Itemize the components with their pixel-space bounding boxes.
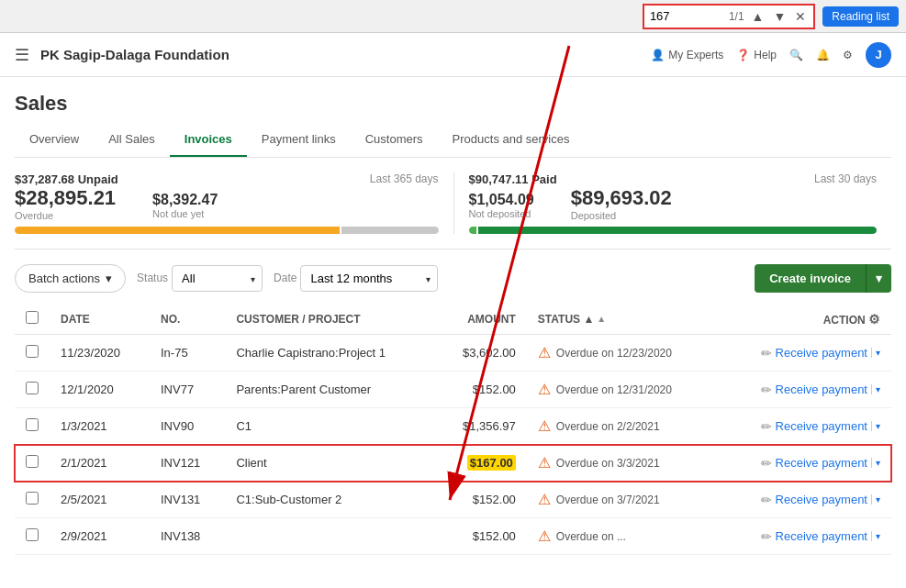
row-action: ✏ Receive payment ▾ bbox=[718, 445, 891, 482]
status-select[interactable]: All Overdue Unpaid Paid Deposited bbox=[172, 265, 263, 292]
row-customer: C1 bbox=[225, 408, 434, 445]
row-amount: $3,602.00 bbox=[435, 335, 527, 372]
row-status: ⚠Overdue on 12/23/2020 bbox=[527, 335, 718, 372]
date-filter-group: Date Last 12 months Last 30 days Last 36… bbox=[274, 265, 438, 292]
receive-payment-dropdown-icon[interactable]: ▾ bbox=[871, 494, 880, 505]
stats-section: $37,287.68 Unpaid Last 365 days $28,895.… bbox=[15, 158, 891, 250]
menu-icon[interactable]: ☰ bbox=[15, 45, 29, 65]
tab-all-sales[interactable]: All Sales bbox=[94, 123, 170, 157]
search-button[interactable]: 🔍 bbox=[789, 49, 803, 61]
overdue-label: Overdue bbox=[15, 210, 116, 221]
row-date: 2/1/2021 bbox=[50, 445, 150, 482]
date-filter-label: Date bbox=[274, 272, 296, 284]
header-status[interactable]: STATUS ▲ ▲ bbox=[527, 304, 718, 335]
batch-actions-button[interactable]: Batch actions ▾ bbox=[15, 264, 126, 293]
status-text: Overdue on 12/31/2020 bbox=[556, 383, 672, 396]
table-row: 2/5/2021INV131C1:Sub-Customer 2$152.00⚠O… bbox=[15, 482, 891, 518]
status-text: Overdue on ... bbox=[556, 530, 626, 543]
status-text: Overdue on 3/3/2021 bbox=[556, 457, 660, 470]
avatar[interactable]: J bbox=[866, 42, 891, 68]
reading-list-button[interactable]: Reading list bbox=[822, 6, 899, 27]
header-date[interactable]: DATE bbox=[50, 304, 150, 335]
notdeposited-bar-segment bbox=[469, 227, 477, 234]
my-experts-button[interactable]: 👤 My Experts bbox=[651, 49, 723, 61]
status-filter-group: Status All Overdue Unpaid Paid Deposited… bbox=[137, 265, 263, 292]
search-next-button[interactable]: ▼ bbox=[771, 9, 788, 24]
row-no: INV138 bbox=[150, 518, 225, 555]
batch-actions-chevron: ▾ bbox=[106, 272, 112, 285]
receive-payment-dropdown-icon[interactable]: ▾ bbox=[871, 348, 880, 358]
tab-invoices[interactable]: Invoices bbox=[170, 123, 247, 157]
table-row: 1/3/2021INV90C1$1,356.97⚠Overdue on 2/2/… bbox=[15, 408, 891, 445]
help-button[interactable]: ❓ Help bbox=[736, 49, 777, 61]
settings-button[interactable]: ⚙ bbox=[843, 49, 853, 61]
receive-payment-dropdown-icon[interactable]: ▾ bbox=[871, 531, 880, 541]
table-header: DATE NO. CUSTOMER / PROJECT AMOUNT STATU… bbox=[15, 304, 891, 335]
deposited-bar-segment bbox=[478, 227, 877, 234]
header-action: ACTION ⚙ bbox=[718, 304, 891, 335]
row-checkbox-cell bbox=[15, 335, 50, 372]
row-status: ⚠Overdue on 12/31/2020 bbox=[527, 372, 718, 408]
row-amount: $152.00 bbox=[435, 482, 527, 518]
row-checkbox-cell bbox=[15, 408, 50, 445]
notifications-button[interactable]: 🔔 bbox=[816, 49, 830, 61]
header-no[interactable]: NO. bbox=[150, 304, 225, 335]
search-close-button[interactable]: ✕ bbox=[793, 9, 808, 24]
receive-payment-link[interactable]: Receive payment bbox=[776, 529, 867, 543]
row-status: ⚠Overdue on ... bbox=[527, 518, 718, 555]
edit-icon[interactable]: ✏ bbox=[761, 383, 772, 397]
row-checkbox-cell bbox=[15, 445, 50, 482]
header-customer[interactable]: CUSTOMER / PROJECT bbox=[225, 304, 434, 335]
select-all-checkbox[interactable] bbox=[26, 311, 39, 324]
header-amount[interactable]: AMOUNT bbox=[435, 304, 527, 335]
row-checkbox[interactable] bbox=[26, 492, 39, 505]
row-no: INV121 bbox=[150, 445, 225, 482]
edit-icon[interactable]: ✏ bbox=[761, 346, 772, 361]
receive-payment-link[interactable]: Receive payment bbox=[776, 419, 867, 433]
tab-overview[interactable]: Overview bbox=[15, 123, 94, 157]
edit-icon[interactable]: ✏ bbox=[761, 493, 772, 507]
tab-products-services[interactable]: Products and services bbox=[438, 123, 585, 157]
receive-payment-link[interactable]: Receive payment bbox=[776, 456, 867, 470]
row-date: 1/3/2021 bbox=[50, 408, 150, 445]
receive-payment-dropdown-icon[interactable]: ▾ bbox=[871, 421, 880, 431]
row-date: 2/5/2021 bbox=[50, 482, 150, 518]
edit-icon[interactable]: ✏ bbox=[761, 529, 772, 544]
status-sort[interactable]: STATUS ▲ ▲ bbox=[538, 313, 707, 326]
notdue-bar-segment bbox=[341, 227, 439, 234]
create-invoice-button[interactable]: Create invoice bbox=[755, 264, 866, 293]
experts-icon: 👤 bbox=[651, 49, 665, 61]
paid-period: Last 30 days bbox=[814, 172, 877, 186]
receive-payment-link[interactable]: Receive payment bbox=[776, 493, 867, 506]
receive-payment-dropdown-icon[interactable]: ▾ bbox=[871, 458, 880, 468]
search-prev-button[interactable]: ▲ bbox=[750, 9, 766, 24]
row-checkbox[interactable] bbox=[26, 382, 39, 394]
row-checkbox[interactable] bbox=[26, 345, 39, 358]
edit-icon[interactable]: ✏ bbox=[761, 456, 772, 471]
create-invoice-dropdown-button[interactable]: ▾ bbox=[866, 264, 891, 293]
row-customer: Parents:Parent Customer bbox=[225, 372, 434, 408]
receive-payment-dropdown-icon[interactable]: ▾ bbox=[871, 384, 880, 394]
row-checkbox[interactable] bbox=[26, 528, 39, 541]
action-settings-icon[interactable]: ⚙ bbox=[868, 312, 880, 327]
tab-payment-links[interactable]: Payment links bbox=[247, 123, 351, 157]
warning-icon: ⚠ bbox=[538, 527, 551, 545]
header-checkbox-cell bbox=[15, 304, 50, 335]
row-no: In-75 bbox=[150, 335, 225, 372]
toolbar: Batch actions ▾ Status All Overdue Unpai… bbox=[15, 250, 891, 304]
edit-icon[interactable]: ✏ bbox=[761, 419, 772, 434]
tab-customers[interactable]: Customers bbox=[351, 123, 438, 157]
date-sort[interactable]: DATE bbox=[61, 313, 139, 326]
find-input[interactable]: 167 bbox=[650, 9, 723, 23]
row-status: ⚠Overdue on 3/7/2021 bbox=[527, 482, 718, 518]
browser-search-bar: 167 1/1 ▲ ▼ ✕ Reading list bbox=[0, 0, 906, 33]
paid-stat-block: $90,747.11 Paid Last 30 days $1,054.09 N… bbox=[453, 172, 892, 234]
row-checkbox[interactable] bbox=[26, 418, 39, 431]
row-amount: $152.00 bbox=[435, 518, 527, 555]
receive-payment-link[interactable]: Receive payment bbox=[776, 346, 867, 360]
row-checkbox[interactable] bbox=[26, 455, 39, 468]
receive-payment-link[interactable]: Receive payment bbox=[776, 383, 867, 396]
status-select-wrapper: All Overdue Unpaid Paid Deposited ▾ bbox=[172, 265, 263, 292]
date-select[interactable]: Last 12 months Last 30 days Last 365 day… bbox=[300, 265, 438, 292]
notdue-label: Not due yet bbox=[152, 208, 218, 219]
